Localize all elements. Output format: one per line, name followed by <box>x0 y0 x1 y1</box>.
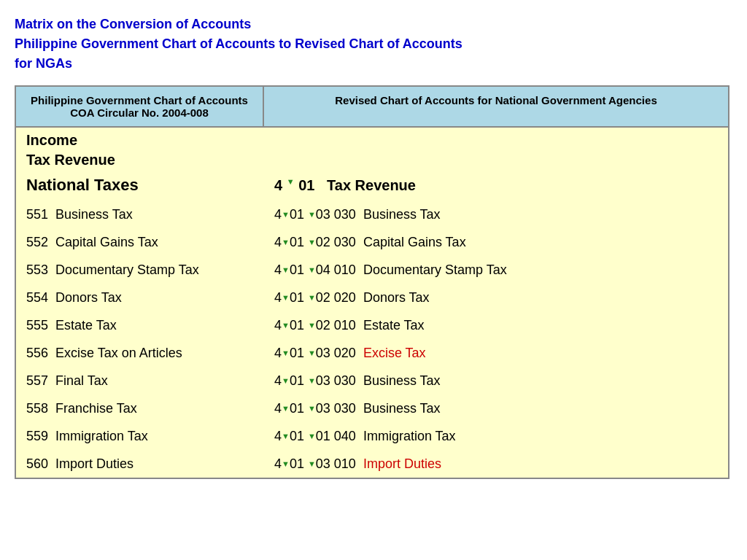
table-header: Philippine Government Chart of Accounts … <box>16 87 728 128</box>
row-right-cell: 4▼01 ▼03 030 Business Tax <box>264 370 728 392</box>
row-right-cell: 4▼01 ▼02 020 Donors Tax <box>264 287 728 308</box>
col-header-left-line1: Philippine Government Chart of Accounts <box>31 94 248 106</box>
row-right-cell: 4▼01 ▼02 030 Capital Gains Tax <box>264 232 728 253</box>
page-title: Matrix on the Conversion of Accounts Phi… <box>15 15 732 74</box>
table-row: 558 Franchise Tax4▼01 ▼03 030 Business T… <box>16 394 728 422</box>
row-left-cell: 560 Import Duties <box>16 454 264 475</box>
col-header-left: Philippine Government Chart of Accounts … <box>16 87 264 126</box>
national-taxes-row: National Taxes 4 ▼ 01 Tax Revenue <box>16 170 728 201</box>
col-header-left-line2: COA Circular No. 2004-008 <box>70 106 209 119</box>
main-table: Philippine Government Chart of Accounts … <box>15 85 729 479</box>
row-left-cell: 554 Donors Tax <box>16 287 264 308</box>
row-right-cell: 4▼01 ▼02 010 Estate Tax <box>264 315 728 336</box>
col-header-right-text: Revised Chart of Accounts for National G… <box>335 94 657 106</box>
table-row: 552 Capital Gains Tax4▼01 ▼02 030 Capita… <box>16 228 728 256</box>
national-taxes-label: National Taxes <box>16 173 264 198</box>
title-line3: for NGAs <box>15 56 72 71</box>
table-row: 553 Documentary Stamp Tax4▼01 ▼04 010 Do… <box>16 256 728 284</box>
tax-revenue-label: Tax Revenue <box>16 150 728 170</box>
title-line2: Philippine Government Chart of Accounts … <box>15 36 462 51</box>
table-row: 555 Estate Tax4▼01 ▼02 010 Estate Tax <box>16 311 728 339</box>
table-row: 556 Excise Tax on Articles4▼01 ▼03 020 E… <box>16 339 728 367</box>
data-rows: 551 Business Tax4▼01 ▼03 030 Business Ta… <box>16 201 728 478</box>
table-row: 560 Import Duties4▼01 ▼03 010 Import Dut… <box>16 450 728 478</box>
row-right-cell: 4▼01 ▼01 040 Immigration Tax <box>264 426 728 447</box>
row-right-cell: 4▼01 ▼03 030 Business Tax <box>264 204 728 225</box>
title-line1: Matrix on the Conversion of Accounts <box>15 17 251 31</box>
income-label: Income <box>16 128 728 150</box>
table-row: 559 Immigration Tax4▼01 ▼01 040 Immigrat… <box>16 422 728 450</box>
row-right-cell: 4▼01 ▼04 010 Documentary Stamp Tax <box>264 260 728 281</box>
row-right-cell: 4▼01 ▼03 030 Business Tax <box>264 398 728 419</box>
table-body: Income Tax Revenue National Taxes 4 ▼ 01… <box>16 128 728 478</box>
row-left-cell: 558 Franchise Tax <box>16 398 264 419</box>
row-right-cell: 4▼01 ▼03 010 Import Duties <box>264 454 728 475</box>
row-right-cell: 4▼01 ▼03 020 Excise Tax <box>264 343 728 364</box>
table-row: 554 Donors Tax4▼01 ▼02 020 Donors Tax <box>16 284 728 311</box>
table-row: 557 Final Tax4▼01 ▼03 030 Business Tax <box>16 367 728 394</box>
row-left-cell: 552 Capital Gains Tax <box>16 232 264 253</box>
row-left-cell: 557 Final Tax <box>16 370 264 392</box>
national-taxes-right: 4 ▼ 01 Tax Revenue <box>264 174 728 197</box>
row-left-cell: 556 Excise Tax on Articles <box>16 343 264 364</box>
col-header-right: Revised Chart of Accounts for National G… <box>264 87 728 126</box>
row-left-cell: 553 Documentary Stamp Tax <box>16 260 264 281</box>
row-left-cell: 559 Immigration Tax <box>16 426 264 447</box>
table-row: 551 Business Tax4▼01 ▼03 030 Business Ta… <box>16 201 728 228</box>
header-section: Matrix on the Conversion of Accounts Phi… <box>15 15 732 74</box>
row-left-cell: 551 Business Tax <box>16 204 264 225</box>
row-left-cell: 555 Estate Tax <box>16 315 264 336</box>
